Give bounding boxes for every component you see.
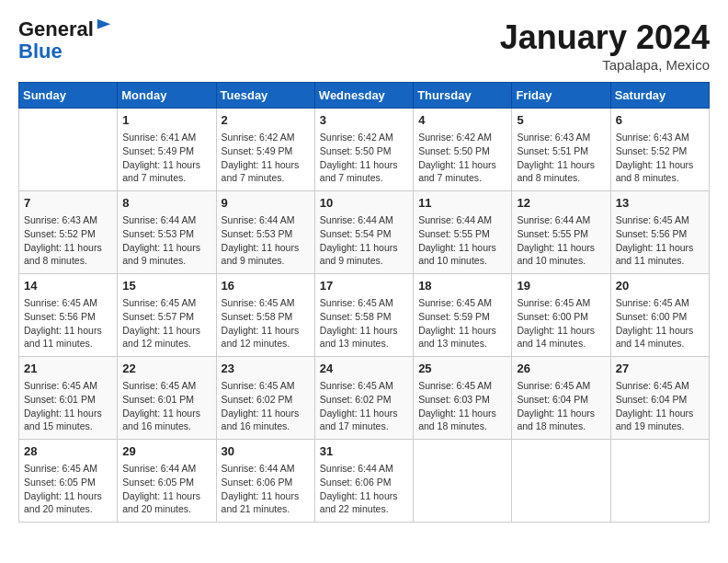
day-content: Sunrise: 6:44 AMSunset: 5:55 PMDaylight:… <box>517 213 605 268</box>
calendar-cell: 11Sunrise: 6:44 AMSunset: 5:55 PMDayligh… <box>414 191 512 274</box>
calendar-cell: 24Sunrise: 6:45 AMSunset: 6:02 PMDayligh… <box>314 357 413 440</box>
day-content: Sunrise: 6:45 AMSunset: 5:58 PMDaylight:… <box>320 296 408 350</box>
day-number: 7 <box>24 195 112 212</box>
month-title: January 2024 <box>500 18 710 57</box>
day-number: 17 <box>320 278 408 294</box>
day-number: 2 <box>222 112 310 129</box>
day-number: 3 <box>320 112 408 129</box>
calendar-cell: 29Sunrise: 6:44 AMSunset: 6:05 PMDayligh… <box>118 440 216 523</box>
calendar-cell: 19Sunrise: 6:45 AMSunset: 6:00 PMDayligh… <box>512 274 610 357</box>
day-content: Sunrise: 6:42 AMSunset: 5:50 PMDaylight:… <box>320 131 408 185</box>
day-number: 8 <box>122 195 210 212</box>
day-content: Sunrise: 6:45 AMSunset: 5:57 PMDaylight:… <box>122 296 210 350</box>
day-content: Sunrise: 6:45 AMSunset: 6:04 PMDaylight:… <box>517 379 605 433</box>
day-number: 21 <box>24 361 112 377</box>
day-content: Sunrise: 6:44 AMSunset: 6:05 PMDaylight:… <box>122 462 210 516</box>
calendar-cell: 2Sunrise: 6:42 AMSunset: 5:49 PMDaylight… <box>216 109 314 191</box>
calendar-cell: 25Sunrise: 6:45 AMSunset: 6:03 PMDayligh… <box>414 357 512 440</box>
day-content: Sunrise: 6:44 AMSunset: 5:54 PMDaylight:… <box>320 213 408 268</box>
calendar-cell: 3Sunrise: 6:42 AMSunset: 5:50 PMDaylight… <box>314 109 413 191</box>
day-number: 12 <box>517 195 605 212</box>
day-content: Sunrise: 6:45 AMSunset: 5:56 PMDaylight:… <box>616 213 704 268</box>
day-header-thursday: Thursday <box>414 83 512 109</box>
day-number: 19 <box>517 278 605 294</box>
calendar-week-row: 1Sunrise: 6:41 AMSunset: 5:49 PMDaylight… <box>19 109 710 191</box>
logo-flag-icon <box>96 17 112 34</box>
day-content: Sunrise: 6:43 AMSunset: 5:52 PMDaylight:… <box>616 131 704 185</box>
calendar-cell: 7Sunrise: 6:43 AMSunset: 5:52 PMDaylight… <box>19 191 118 274</box>
day-content: Sunrise: 6:44 AMSunset: 5:55 PMDaylight:… <box>418 213 506 268</box>
calendar-cell: 22Sunrise: 6:45 AMSunset: 6:01 PMDayligh… <box>118 357 216 440</box>
day-number: 14 <box>24 278 112 294</box>
calendar-cell: 10Sunrise: 6:44 AMSunset: 5:54 PMDayligh… <box>314 191 413 274</box>
day-number: 4 <box>418 112 506 129</box>
day-number: 13 <box>616 195 704 212</box>
day-content: Sunrise: 6:45 AMSunset: 6:02 PMDaylight:… <box>320 379 408 433</box>
day-content: Sunrise: 6:45 AMSunset: 5:59 PMDaylight:… <box>418 296 506 350</box>
day-content: Sunrise: 6:42 AMSunset: 5:50 PMDaylight:… <box>418 131 506 185</box>
calendar-cell: 9Sunrise: 6:44 AMSunset: 5:53 PMDaylight… <box>216 191 314 274</box>
day-content: Sunrise: 6:45 AMSunset: 6:04 PMDaylight:… <box>616 379 704 433</box>
calendar-cell: 30Sunrise: 6:44 AMSunset: 6:06 PMDayligh… <box>216 440 314 523</box>
day-content: Sunrise: 6:44 AMSunset: 6:06 PMDaylight:… <box>222 462 310 516</box>
day-number: 28 <box>24 443 112 460</box>
day-number: 5 <box>517 112 605 129</box>
day-content: Sunrise: 6:44 AMSunset: 5:53 PMDaylight:… <box>222 213 310 268</box>
calendar-cell: 16Sunrise: 6:45 AMSunset: 5:58 PMDayligh… <box>216 274 314 357</box>
day-number: 20 <box>616 278 704 294</box>
day-content: Sunrise: 6:41 AMSunset: 5:49 PMDaylight:… <box>122 131 210 185</box>
calendar-cell: 6Sunrise: 6:43 AMSunset: 5:52 PMDaylight… <box>610 109 709 191</box>
calendar-cell <box>512 440 610 523</box>
calendar-cell: 1Sunrise: 6:41 AMSunset: 5:49 PMDaylight… <box>118 109 216 191</box>
location: Tapalapa, Mexico <box>500 57 710 73</box>
day-content: Sunrise: 6:45 AMSunset: 5:56 PMDaylight:… <box>24 296 112 350</box>
day-content: Sunrise: 6:43 AMSunset: 5:52 PMDaylight:… <box>24 213 112 268</box>
calendar-cell: 31Sunrise: 6:44 AMSunset: 6:06 PMDayligh… <box>314 440 413 523</box>
calendar-cell: 26Sunrise: 6:45 AMSunset: 6:04 PMDayligh… <box>512 357 610 440</box>
calendar-cell: 20Sunrise: 6:45 AMSunset: 6:00 PMDayligh… <box>610 274 709 357</box>
day-number: 15 <box>122 278 210 294</box>
calendar-cell: 12Sunrise: 6:44 AMSunset: 5:55 PMDayligh… <box>512 191 610 274</box>
calendar-cell: 4Sunrise: 6:42 AMSunset: 5:50 PMDaylight… <box>414 109 512 191</box>
day-content: Sunrise: 6:43 AMSunset: 5:51 PMDaylight:… <box>517 131 605 185</box>
calendar-table: SundayMondayTuesdayWednesdayThursdayFrid… <box>18 82 710 523</box>
calendar-cell: 13Sunrise: 6:45 AMSunset: 5:56 PMDayligh… <box>610 191 709 274</box>
day-header-saturday: Saturday <box>610 83 709 109</box>
day-number: 11 <box>418 195 506 212</box>
day-number: 16 <box>222 278 310 294</box>
day-content: Sunrise: 6:45 AMSunset: 6:00 PMDaylight:… <box>616 296 704 350</box>
calendar-cell <box>19 109 118 191</box>
calendar-week-row: 7Sunrise: 6:43 AMSunset: 5:52 PMDaylight… <box>19 191 710 274</box>
day-number: 22 <box>122 361 210 377</box>
calendar-header-row: SundayMondayTuesdayWednesdayThursdayFrid… <box>19 83 710 109</box>
day-number: 6 <box>616 112 704 129</box>
day-header-wednesday: Wednesday <box>314 83 413 109</box>
day-content: Sunrise: 6:45 AMSunset: 6:01 PMDaylight:… <box>24 379 112 433</box>
calendar-cell: 27Sunrise: 6:45 AMSunset: 6:04 PMDayligh… <box>610 357 709 440</box>
day-header-tuesday: Tuesday <box>216 83 314 109</box>
day-header-sunday: Sunday <box>19 83 118 109</box>
day-number: 26 <box>517 361 605 377</box>
day-number: 9 <box>222 195 310 212</box>
logo: General Blue <box>18 18 112 63</box>
calendar-cell: 17Sunrise: 6:45 AMSunset: 5:58 PMDayligh… <box>314 274 413 357</box>
logo-blue: Blue <box>18 40 63 63</box>
day-number: 27 <box>616 361 704 377</box>
calendar-week-row: 14Sunrise: 6:45 AMSunset: 5:56 PMDayligh… <box>19 274 710 357</box>
day-number: 10 <box>320 195 408 212</box>
day-content: Sunrise: 6:45 AMSunset: 6:00 PMDaylight:… <box>517 296 605 350</box>
svg-marker-0 <box>97 19 110 29</box>
day-number: 1 <box>122 112 210 129</box>
calendar-week-row: 21Sunrise: 6:45 AMSunset: 6:01 PMDayligh… <box>19 357 710 440</box>
calendar-cell: 14Sunrise: 6:45 AMSunset: 5:56 PMDayligh… <box>19 274 118 357</box>
calendar-cell <box>414 440 512 523</box>
calendar-body: 1Sunrise: 6:41 AMSunset: 5:49 PMDaylight… <box>19 109 710 523</box>
day-number: 29 <box>122 443 210 460</box>
calendar-cell: 18Sunrise: 6:45 AMSunset: 5:59 PMDayligh… <box>414 274 512 357</box>
day-number: 24 <box>320 361 408 377</box>
day-content: Sunrise: 6:45 AMSunset: 6:02 PMDaylight:… <box>222 379 310 433</box>
title-block: January 2024 Tapalapa, Mexico <box>500 18 710 73</box>
logo-general: General <box>18 18 94 40</box>
calendar-cell: 28Sunrise: 6:45 AMSunset: 6:05 PMDayligh… <box>19 440 118 523</box>
day-content: Sunrise: 6:45 AMSunset: 6:03 PMDaylight:… <box>418 379 506 433</box>
